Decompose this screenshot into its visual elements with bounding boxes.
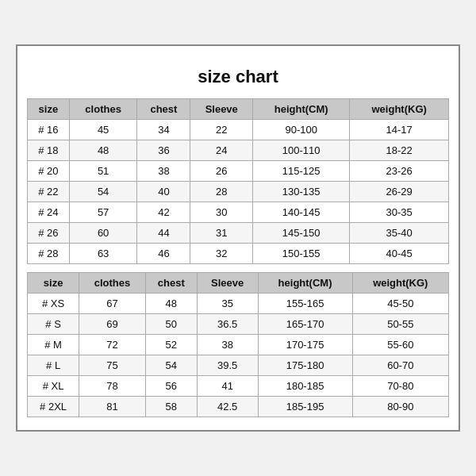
table-cell: 145-150 xyxy=(253,223,350,244)
table-cell: 41 xyxy=(197,376,258,397)
table-cell: # 28 xyxy=(28,244,70,264)
table-cell: 72 xyxy=(79,335,146,355)
table-cell: 155-165 xyxy=(258,294,352,314)
table-cell: 50-55 xyxy=(352,314,448,335)
size-table-1: sizeclotheschestSleeveheight(CM)weight(K… xyxy=(27,98,449,264)
table1-header: sizeclotheschestSleeveheight(CM)weight(K… xyxy=(28,99,449,120)
table-cell: 40 xyxy=(137,182,190,202)
table1-header-cell: size xyxy=(28,99,70,120)
table-row: # 18483624100-11018-22 xyxy=(28,140,449,161)
table-cell: 14-17 xyxy=(350,120,449,140)
table-row: # 24574230140-14530-35 xyxy=(28,202,449,223)
table-cell: 44 xyxy=(137,223,190,244)
table-cell: 30-35 xyxy=(350,202,449,223)
table-row: # XS674835155-16545-50 xyxy=(28,294,449,314)
table2-header-cell: size xyxy=(28,273,79,294)
table-cell: 34 xyxy=(137,120,190,140)
table-cell: 67 xyxy=(79,294,146,314)
table-row: # 20513826115-12523-26 xyxy=(28,161,449,182)
table-cell: # S xyxy=(28,314,79,335)
table-cell: 63 xyxy=(69,244,137,264)
table-cell: 38 xyxy=(137,161,190,182)
table-cell: 35 xyxy=(197,294,258,314)
table-cell: 48 xyxy=(145,294,197,314)
table-cell: 40-45 xyxy=(350,244,449,264)
table-cell: 42.5 xyxy=(197,397,258,417)
table-row: # 22544028130-13526-29 xyxy=(28,182,449,202)
table2-header-row: sizeclotheschestSleeveheight(CM)weight(K… xyxy=(28,273,449,294)
table-cell: 23-26 xyxy=(350,161,449,182)
table1-header-row: sizeclotheschestSleeveheight(CM)weight(K… xyxy=(28,99,449,120)
table2-header: sizeclotheschestSleeveheight(CM)weight(K… xyxy=(28,273,449,294)
table-cell: # 16 xyxy=(28,120,70,140)
table1-header-cell: weight(KG) xyxy=(350,99,449,120)
table-cell: 60 xyxy=(69,223,137,244)
table-cell: 170-175 xyxy=(258,335,352,355)
table-row: # L755439.5175-18060-70 xyxy=(28,355,449,376)
table-cell: # XS xyxy=(28,294,79,314)
table-cell: 52 xyxy=(145,335,197,355)
table1-body: # 1645342290-10014-17# 18483624100-11018… xyxy=(28,120,449,264)
table-cell: 150-155 xyxy=(253,244,350,264)
table-cell: 18-22 xyxy=(350,140,449,161)
table-cell: 180-185 xyxy=(258,376,352,397)
table-cell: 31 xyxy=(190,223,253,244)
table-cell: 58 xyxy=(145,397,197,417)
table-cell: 26-29 xyxy=(350,182,449,202)
table-cell: 60-70 xyxy=(352,355,448,376)
table-cell: 100-110 xyxy=(253,140,350,161)
table-cell: # XL xyxy=(28,376,79,397)
table-cell: 165-170 xyxy=(258,314,352,335)
table-cell: 185-195 xyxy=(258,397,352,417)
table-cell: 48 xyxy=(69,140,137,161)
table1-header-cell: clothes xyxy=(69,99,137,120)
table-cell: 51 xyxy=(69,161,137,182)
table-cell: # 18 xyxy=(28,140,70,161)
chart-title: size chart xyxy=(27,59,449,98)
table-cell: 26 xyxy=(190,161,253,182)
table-cell: 69 xyxy=(79,314,146,335)
table1-header-cell: chest xyxy=(137,99,190,120)
table-cell: 24 xyxy=(190,140,253,161)
table-cell: 42 xyxy=(137,202,190,223)
table-cell: # 26 xyxy=(28,223,70,244)
table-cell: 30 xyxy=(190,202,253,223)
table-cell: 81 xyxy=(79,397,146,417)
table-cell: 70-80 xyxy=(352,376,448,397)
table-cell: # M xyxy=(28,335,79,355)
table-cell: 57 xyxy=(69,202,137,223)
table-cell: 55-60 xyxy=(352,335,448,355)
table2-header-cell: Sleeve xyxy=(197,273,258,294)
table-cell: 35-40 xyxy=(350,223,449,244)
table-cell: # L xyxy=(28,355,79,376)
table-cell: 175-180 xyxy=(258,355,352,376)
table-cell: 78 xyxy=(79,376,146,397)
table-cell: 56 xyxy=(145,376,197,397)
table-cell: 45 xyxy=(69,120,137,140)
table2-body: # XS674835155-16545-50# S695036.5165-170… xyxy=(28,294,449,417)
table-cell: # 20 xyxy=(28,161,70,182)
table-row: # 26604431145-15035-40 xyxy=(28,223,449,244)
size-table-2: sizeclotheschestSleeveheight(CM)weight(K… xyxy=(27,272,449,417)
table-cell: 75 xyxy=(79,355,146,376)
table-cell: # 2XL xyxy=(28,397,79,417)
table-cell: 22 xyxy=(190,120,253,140)
table-cell: 28 xyxy=(190,182,253,202)
table-cell: 54 xyxy=(69,182,137,202)
table2-header-cell: chest xyxy=(145,273,197,294)
table-cell: 32 xyxy=(190,244,253,264)
size-chart-container: size chart sizeclotheschestSleeveheight(… xyxy=(16,44,460,432)
table-row: # 2XL815842.5185-19580-90 xyxy=(28,397,449,417)
table-cell: 38 xyxy=(197,335,258,355)
table-cell: 36.5 xyxy=(197,314,258,335)
table-cell: 115-125 xyxy=(253,161,350,182)
table-cell: # 24 xyxy=(28,202,70,223)
table-cell: 80-90 xyxy=(352,397,448,417)
table1-header-cell: Sleeve xyxy=(190,99,253,120)
table-cell: 54 xyxy=(145,355,197,376)
table-row: # S695036.5165-17050-55 xyxy=(28,314,449,335)
table-cell: 50 xyxy=(145,314,197,335)
table-cell: 39.5 xyxy=(197,355,258,376)
table-cell: 140-145 xyxy=(253,202,350,223)
table-cell: 46 xyxy=(137,244,190,264)
